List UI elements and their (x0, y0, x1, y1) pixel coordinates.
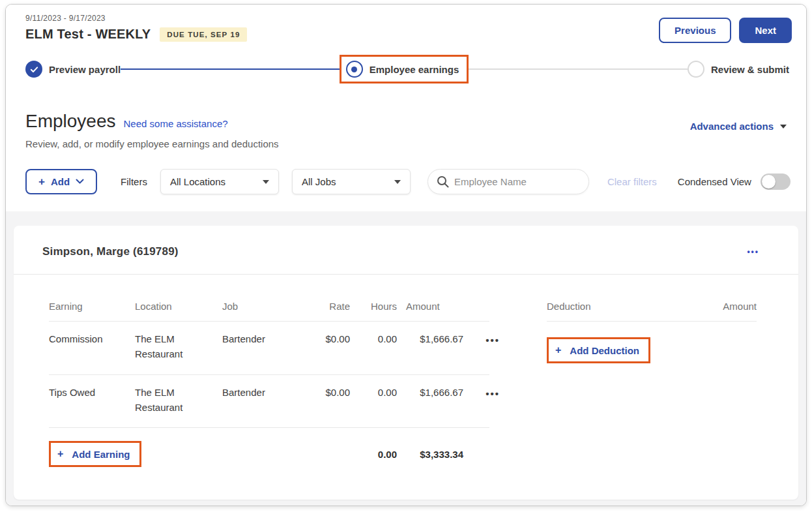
advanced-actions-label: Advanced actions (690, 121, 774, 132)
payroll-title: ELM Test - WEEKLY (25, 27, 151, 42)
annotation-box-employee-earnings: Employee earnings (340, 55, 469, 83)
earning-job: Bartender (222, 331, 299, 346)
earning-type: Tips Owed (49, 385, 126, 400)
condensed-view-toggle[interactable] (761, 174, 790, 190)
annotation-box-add-deduction: + Add Deduction (547, 337, 650, 363)
earning-location: The ELM Restaurant (135, 331, 213, 362)
condensed-view-label: Condensed View (678, 176, 751, 187)
pay-period-dates: 9/11/2023 - 9/17/2023 (25, 14, 247, 23)
earning-amount: $1,666.67 (406, 331, 463, 346)
chevron-down-icon (263, 180, 269, 184)
earning-row: Commission The ELM Restaurant Bartender … (49, 322, 489, 375)
earning-rate: $0.00 (308, 385, 350, 400)
advanced-actions-dropdown[interactable]: Advanced actions (690, 121, 787, 132)
add-button-label: Add (51, 176, 70, 187)
col-earning: Earning (49, 301, 126, 312)
page-subtitle: Review, add, or modify employee earnings… (25, 138, 787, 149)
total-hours: 0.00 (359, 449, 397, 460)
payroll-stepper: Preview payroll Employee earnings Review… (25, 55, 792, 83)
earning-hours: 0.00 (359, 385, 397, 400)
employee-name: Simpson, Marge (619789) (42, 245, 179, 258)
col-deduction-amount: Amount (723, 301, 757, 312)
radio-selected-icon (346, 61, 363, 78)
stepper-connector (121, 68, 340, 70)
employee-search (428, 169, 589, 194)
search-icon (437, 175, 449, 188)
page-title: Employees (25, 111, 116, 132)
add-deduction-button[interactable]: + Add Deduction (555, 344, 639, 356)
col-hours: Hours (359, 301, 397, 312)
stepper-connector (469, 68, 688, 70)
earning-hours: 0.00 (359, 331, 397, 346)
earning-row-menu-icon[interactable]: ••• (472, 385, 500, 401)
col-amount: Amount (406, 301, 463, 312)
plus-icon: + (555, 344, 561, 356)
clear-filters-link[interactable]: Clear filters (607, 176, 657, 187)
chevron-down-icon (76, 179, 84, 185)
add-earning-label: Add Earning (72, 449, 130, 460)
job-filter-value: All Jobs (302, 176, 336, 187)
employee-card-menu-icon[interactable]: ••• (747, 247, 759, 256)
plus-icon: + (57, 448, 63, 460)
previous-button[interactable]: Previous (659, 18, 731, 43)
chevron-down-icon (394, 180, 401, 184)
earning-row-menu-icon[interactable]: ••• (472, 331, 500, 348)
earnings-table: Earning Location Job Rate Hours Amount C… (49, 301, 489, 474)
filters-label: Filters (121, 176, 147, 187)
need-assistance-link[interactable]: Need some assistance? (124, 118, 228, 129)
total-amount: $3,333.34 (406, 449, 463, 460)
step-label: Review & submit (711, 64, 789, 75)
toggle-knob (762, 175, 776, 189)
deductions-panel: Deduction Amount + Add Deduction (547, 301, 757, 474)
due-date-badge: DUE TUE, SEP 19 (160, 27, 247, 42)
step-review-submit[interactable]: Review & submit (688, 61, 789, 78)
col-rate: Rate (308, 301, 350, 312)
employees-list-area: Simpson, Marge (619789) ••• Earning Loca… (6, 211, 806, 506)
earning-rate: $0.00 (308, 331, 350, 346)
location-filter-select[interactable]: All Locations (160, 169, 279, 194)
earnings-footer-row: + Add Earning 0.00 $3,333.34 (49, 428, 489, 474)
earning-amount: $1,666.67 (406, 385, 463, 400)
employee-card: Simpson, Marge (619789) ••• Earning Loca… (14, 226, 798, 500)
step-preview-payroll[interactable]: Preview payroll (25, 61, 121, 78)
step-label: Preview payroll (49, 64, 121, 75)
earning-row: Tips Owed The ELM Restaurant Bartender $… (49, 375, 489, 429)
radio-empty-icon (688, 61, 704, 78)
add-dropdown-button[interactable]: + Add (25, 169, 97, 194)
filters-toolbar: + Add Filters All Locations All Jobs Cl (25, 169, 792, 194)
payroll-window: 9/11/2023 - 9/17/2023 ELM Test - WEEKLY … (5, 4, 807, 506)
next-button[interactable]: Next (739, 18, 792, 43)
job-filter-select[interactable]: All Jobs (292, 169, 411, 194)
page-header: 9/11/2023 - 9/17/2023 ELM Test - WEEKLY … (6, 5, 806, 211)
col-deduction: Deduction (547, 301, 591, 312)
earnings-header-row: Earning Location Job Rate Hours Amount (49, 301, 489, 322)
plus-icon: + (38, 176, 45, 187)
employee-search-input[interactable] (428, 169, 589, 194)
add-earning-button[interactable]: + Add Earning (57, 448, 130, 460)
deductions-header-row: Deduction Amount (547, 301, 757, 322)
location-filter-value: All Locations (170, 176, 225, 187)
earning-job: Bartender (222, 385, 299, 400)
step-employee-earnings[interactable]: Employee earnings (346, 61, 459, 78)
col-job: Job (222, 301, 299, 312)
chevron-down-icon (780, 125, 787, 128)
earning-location: The ELM Restaurant (135, 385, 213, 416)
earning-type: Commission (49, 331, 126, 346)
step-label: Employee earnings (370, 64, 459, 75)
check-icon (25, 61, 42, 78)
add-deduction-label: Add Deduction (570, 345, 639, 356)
payroll-period-block: 9/11/2023 - 9/17/2023 ELM Test - WEEKLY … (20, 14, 247, 42)
col-location: Location (135, 301, 213, 312)
annotation-box-add-earning: + Add Earning (49, 441, 141, 467)
